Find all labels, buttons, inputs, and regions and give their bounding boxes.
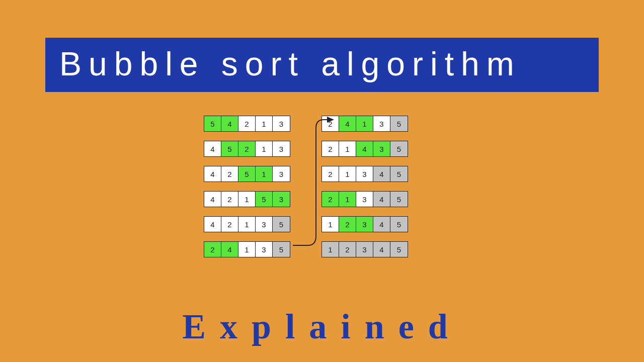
title-text: Bubble sort algorithm [59, 45, 521, 82]
array-cell: 3 [356, 242, 373, 257]
array-cell: 4 [221, 116, 238, 131]
array-cell: 5 [390, 166, 408, 182]
array-cell: 2 [238, 141, 256, 156]
array-cell: 4 [373, 192, 390, 207]
array-cell: 2 [221, 217, 238, 232]
array-cell: 4 [356, 141, 373, 156]
sort-diagram: 542134521342513421534213524135 241352143… [204, 116, 408, 257]
array-cell: 1 [238, 192, 256, 207]
array-row: 24135 [204, 241, 290, 257]
array-cell: 1 [238, 217, 256, 232]
array-cell: 5 [390, 116, 408, 131]
array-row: 54213 [204, 116, 290, 132]
title-banner: Bubble sort algorithm [45, 38, 599, 92]
array-row: 21435 [321, 141, 408, 157]
array-cell: 1 [256, 116, 273, 131]
array-cell: 1 [256, 141, 273, 156]
array-cell: 5 [204, 116, 221, 131]
array-row: 21345 [321, 191, 408, 207]
array-cell: 2 [322, 141, 339, 156]
array-cell: 5 [273, 242, 290, 257]
array-cell: 1 [339, 166, 356, 182]
subtitle-text: Explained [0, 307, 644, 347]
array-cell: 2 [221, 166, 238, 182]
array-row: 42135 [204, 216, 290, 232]
array-cell: 2 [221, 192, 238, 207]
array-cell: 4 [339, 116, 356, 131]
array-cell: 1 [322, 242, 339, 257]
array-cell: 4 [373, 242, 390, 257]
array-cell: 5 [390, 141, 408, 156]
array-cell: 2 [322, 192, 339, 207]
array-cell: 3 [256, 242, 273, 257]
array-cell: 5 [390, 217, 408, 232]
array-cell: 4 [204, 192, 221, 207]
array-row: 12345 [321, 241, 408, 257]
array-cell: 2 [238, 116, 256, 131]
array-cell: 4 [204, 141, 221, 156]
array-cell: 2 [322, 166, 339, 182]
array-cell: 4 [373, 217, 390, 232]
array-cell: 5 [390, 242, 408, 257]
array-cell: 3 [356, 217, 373, 232]
array-cell: 3 [273, 166, 290, 182]
array-row: 42513 [204, 166, 290, 182]
array-cell: 5 [273, 217, 290, 232]
diagram-right-column: 241352143521345213451234512345 [321, 116, 408, 257]
array-cell: 2 [204, 242, 221, 257]
array-row: 12345 [321, 216, 408, 232]
array-cell: 4 [221, 242, 238, 257]
array-row: 24135 [321, 116, 408, 132]
array-cell: 1 [339, 192, 356, 207]
array-cell: 4 [373, 166, 390, 182]
array-cell: 1 [238, 242, 256, 257]
array-cell: 3 [256, 217, 273, 232]
array-cell: 5 [390, 192, 408, 207]
array-cell: 3 [373, 141, 390, 156]
array-cell: 5 [221, 141, 238, 156]
array-cell: 2 [339, 242, 356, 257]
array-cell: 3 [273, 116, 290, 131]
array-cell: 5 [238, 166, 256, 182]
array-cell: 4 [204, 217, 221, 232]
diagram-left-column: 542134521342513421534213524135 [204, 116, 290, 257]
array-cell: 1 [256, 166, 273, 182]
array-cell: 5 [256, 192, 273, 207]
array-cell: 3 [373, 116, 390, 131]
array-cell: 2 [322, 116, 339, 131]
array-cell: 1 [339, 141, 356, 156]
array-cell: 3 [356, 192, 373, 207]
array-row: 42153 [204, 191, 290, 207]
array-cell: 1 [356, 116, 373, 131]
array-cell: 4 [204, 166, 221, 182]
array-cell: 3 [356, 166, 373, 182]
array-cell: 2 [339, 217, 356, 232]
array-row: 45213 [204, 141, 290, 157]
array-row: 21345 [321, 166, 408, 182]
array-cell: 1 [322, 217, 339, 232]
array-cell: 3 [273, 192, 290, 207]
array-cell: 3 [273, 141, 290, 156]
